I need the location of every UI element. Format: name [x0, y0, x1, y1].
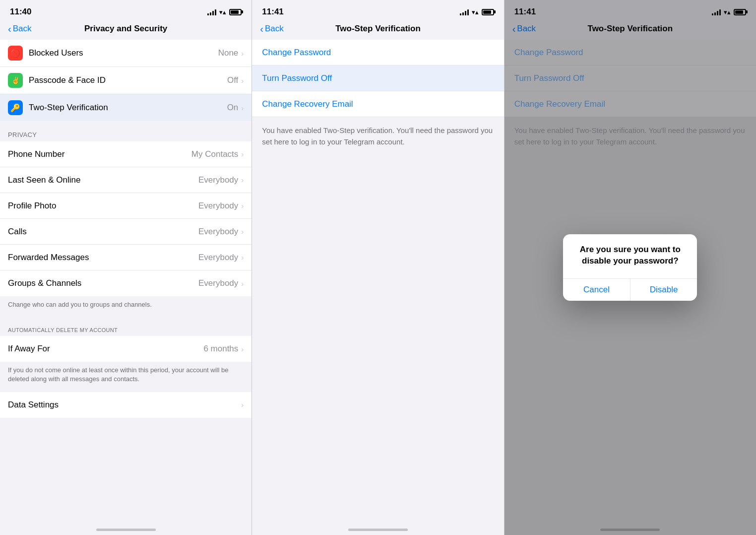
forwarded-messages-value: Everybody: [198, 253, 238, 263]
forwarded-messages-label: Forwarded Messages: [8, 253, 198, 263]
status-time-2: 11:41: [262, 7, 283, 17]
calls-label: Calls: [8, 227, 198, 237]
back-button-1[interactable]: ‹ Back: [8, 24, 31, 34]
dialog-body: Are you sure you want to disable your pa…: [563, 234, 697, 278]
calls-value: Everybody: [198, 227, 238, 237]
two-step-item[interactable]: 🔑 Two-Step Verification On ›: [0, 94, 252, 121]
profile-photo-item[interactable]: Profile Photo Everybody ›: [0, 193, 252, 219]
battery-icon-1: [229, 9, 242, 15]
status-icons-1: ▾▴: [207, 8, 242, 16]
phone-number-label: Phone Number: [8, 149, 191, 159]
auto-delete-list: If Away For 6 months ›: [0, 336, 252, 362]
passcode-chevron: ›: [241, 76, 244, 85]
status-time-1: 11:40: [10, 7, 31, 17]
change-recovery-email-label-2: Change Recovery Email: [262, 99, 353, 109]
blocked-users-value: None: [218, 48, 239, 58]
two-step-value: On: [227, 103, 239, 113]
groups-channels-value: Everybody: [198, 278, 238, 288]
last-seen-value: Everybody: [198, 175, 238, 185]
passcode-value: Off: [227, 75, 238, 85]
nav-bar-2: ‹ Back Two-Step Verification: [252, 20, 504, 40]
last-seen-item[interactable]: Last Seen & Online Everybody ›: [0, 167, 252, 193]
back-chevron-2: ‹: [260, 24, 263, 34]
profile-photo-chevron: ›: [241, 201, 244, 210]
panel-two-step-dialog: 11:41 ▾▴ ‹ Back Two-Step Verificati: [504, 0, 756, 535]
privacy-list: Phone Number My Contacts › Last Seen & O…: [0, 141, 252, 296]
phone-number-item[interactable]: Phone Number My Contacts ›: [0, 141, 252, 167]
dialog-overlay: Are you sure you want to disable your pa…: [504, 0, 756, 535]
two-step-label: Two-Step Verification: [29, 103, 227, 113]
if-away-chevron: ›: [241, 345, 244, 353]
groups-channels-item[interactable]: Groups & Channels Everybody ›: [0, 270, 252, 296]
wifi-icon-1: ▾▴: [219, 8, 226, 16]
blocked-users-item[interactable]: 🚫 Blocked Users None ›: [0, 40, 252, 67]
data-settings-label: Data Settings: [8, 400, 241, 410]
two-step-icon: 🔑: [8, 100, 23, 115]
passcode-item[interactable]: ✌️ Passcode & Face ID Off ›: [0, 67, 252, 94]
data-settings-item[interactable]: Data Settings ›: [0, 392, 252, 418]
change-recovery-email-item-2[interactable]: Change Recovery Email: [252, 91, 504, 117]
calls-chevron: ›: [241, 227, 244, 236]
home-indicator-1: [96, 529, 156, 531]
wifi-icon-2: ▾▴: [472, 8, 479, 16]
nav-title-2: Two-Step Verification: [335, 24, 421, 34]
blocked-users-label: Blocked Users: [29, 48, 218, 58]
back-button-2[interactable]: ‹ Back: [260, 24, 283, 34]
turn-password-off-item-2[interactable]: Turn Password Off: [252, 66, 504, 91]
status-icons-2: ▾▴: [460, 8, 494, 16]
back-label-2: Back: [265, 24, 284, 34]
change-password-item-2[interactable]: Change Password: [252, 40, 504, 66]
phone-number-value: My Contacts: [191, 149, 238, 159]
forwarded-messages-chevron: ›: [241, 253, 244, 262]
passcode-label: Passcode & Face ID: [29, 75, 227, 85]
panel-privacy-security: 11:40 ▾▴ ‹ Back Privacy and Security 🚫 B…: [0, 0, 252, 535]
calls-item[interactable]: Calls Everybody ›: [0, 219, 252, 245]
back-chevron-1: ‹: [8, 24, 11, 34]
signal-icon-1: [207, 9, 216, 15]
panel-two-step: 11:41 ▾▴ ‹ Back Two-Step Verification Ch…: [252, 0, 504, 535]
security-list: 🚫 Blocked Users None › ✌️ Passcode & Fac…: [0, 40, 252, 121]
data-settings-chevron: ›: [241, 401, 244, 409]
signal-icon-2: [460, 9, 469, 15]
two-step-chevron: ›: [241, 104, 244, 112]
last-seen-label: Last Seen & Online: [8, 175, 198, 185]
if-away-footer: If you do not come online at least once …: [0, 362, 252, 392]
battery-icon-2: [482, 9, 494, 15]
blocked-users-chevron: ›: [241, 49, 244, 58]
if-away-item[interactable]: If Away For 6 months ›: [0, 336, 252, 362]
phone-number-chevron: ›: [241, 150, 244, 158]
profile-photo-label: Profile Photo: [8, 201, 198, 211]
auto-delete-section-header: AUTOMATICALLY DELETE MY ACCOUNT: [0, 317, 252, 336]
profile-photo-value: Everybody: [198, 201, 238, 211]
nav-bar-1: ‹ Back Privacy and Security: [0, 20, 252, 40]
tsv-list-2: Change Password Turn Password Off Change…: [252, 40, 504, 117]
blocked-users-icon: 🚫: [8, 46, 23, 61]
back-label-1: Back: [13, 24, 32, 34]
dialog-actions: Cancel Disable: [563, 278, 697, 301]
cancel-button[interactable]: Cancel: [563, 279, 630, 301]
privacy-section-header: Privacy: [0, 121, 252, 141]
nav-title-1: Privacy and Security: [84, 24, 167, 34]
status-bar-1: 11:40 ▾▴: [0, 0, 252, 20]
tsv-description-2: You have enabled Two-Step verification. …: [252, 117, 504, 155]
dialog-title: Are you sure you want to disable your pa…: [571, 244, 689, 266]
status-bar-2: 11:41 ▾▴: [252, 0, 504, 20]
if-away-label: If Away For: [8, 344, 203, 354]
groups-channels-label: Groups & Channels: [8, 278, 198, 288]
confirm-dialog: Are you sure you want to disable your pa…: [563, 234, 697, 300]
turn-password-off-label-2: Turn Password Off: [262, 73, 332, 83]
passcode-icon: ✌️: [8, 73, 23, 88]
if-away-value: 6 months: [203, 344, 238, 354]
forwarded-messages-item[interactable]: Forwarded Messages Everybody ›: [0, 245, 252, 270]
privacy-footer: Change who can add you to groups and cha…: [0, 296, 252, 317]
last-seen-chevron: ›: [241, 176, 244, 184]
groups-channels-chevron: ›: [241, 279, 244, 288]
change-password-label-2: Change Password: [262, 48, 331, 58]
disable-button[interactable]: Disable: [630, 279, 697, 301]
data-settings-list: Data Settings ›: [0, 392, 252, 418]
home-indicator-2: [348, 529, 408, 531]
